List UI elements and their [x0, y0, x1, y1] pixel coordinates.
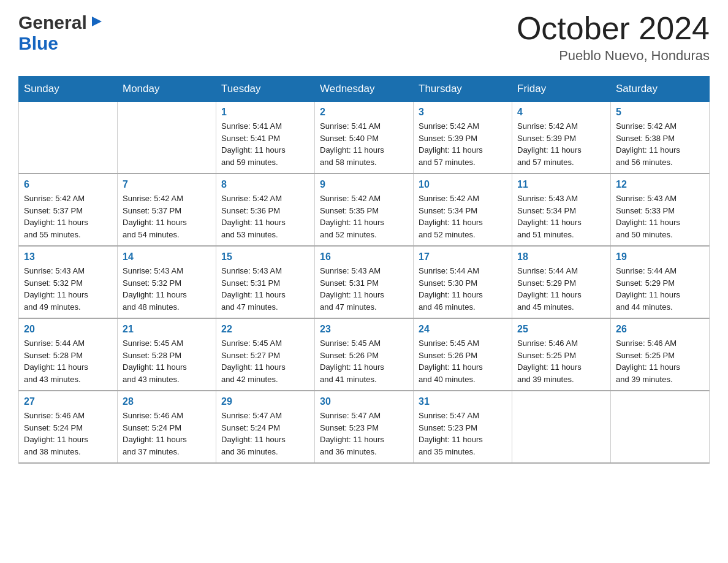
day-number: 13 — [24, 251, 112, 262]
day-number: 22 — [221, 324, 309, 335]
month-title: October 2024 — [517, 12, 710, 44]
logo-general: General — [18, 12, 87, 33]
day-info: Sunrise: 5:44 AMSunset: 5:29 PMDaylight:… — [616, 265, 704, 313]
day-info: Sunrise: 5:42 AMSunset: 5:39 PMDaylight:… — [517, 120, 605, 168]
calendar-cell — [118, 102, 216, 174]
day-info: Sunrise: 5:42 AMSunset: 5:38 PMDaylight:… — [616, 120, 704, 168]
day-info: Sunrise: 5:44 AMSunset: 5:30 PMDaylight:… — [419, 265, 507, 313]
day-number: 1 — [221, 107, 309, 118]
calendar-cell: 16Sunrise: 5:43 AMSunset: 5:31 PMDayligh… — [315, 246, 414, 318]
day-number: 12 — [616, 179, 704, 190]
calendar-cell: 10Sunrise: 5:42 AMSunset: 5:34 PMDayligh… — [414, 174, 512, 246]
calendar-cell: 5Sunrise: 5:42 AMSunset: 5:38 PMDaylight… — [611, 102, 710, 174]
day-number: 15 — [221, 251, 309, 262]
day-info: Sunrise: 5:42 AMSunset: 5:34 PMDaylight:… — [419, 193, 507, 240]
calendar-cell: 24Sunrise: 5:45 AMSunset: 5:26 PMDayligh… — [414, 318, 512, 391]
day-info: Sunrise: 5:45 AMSunset: 5:26 PMDaylight:… — [320, 337, 408, 385]
title-block: October 2024 Pueblo Nuevo, Honduras — [517, 12, 710, 64]
day-info: Sunrise: 5:43 AMSunset: 5:33 PMDaylight:… — [616, 193, 704, 240]
calendar-header-row: Sunday Monday Tuesday Wednesday Thursday… — [19, 77, 710, 102]
day-info: Sunrise: 5:45 AMSunset: 5:28 PMDaylight:… — [123, 337, 211, 385]
day-info: Sunrise: 5:46 AMSunset: 5:25 PMDaylight:… — [616, 337, 704, 385]
calendar-cell: 8Sunrise: 5:42 AMSunset: 5:36 PMDaylight… — [216, 174, 315, 246]
logo: General Blue — [18, 12, 104, 54]
day-number: 28 — [123, 396, 211, 407]
calendar-cell: 14Sunrise: 5:43 AMSunset: 5:32 PMDayligh… — [118, 246, 216, 318]
day-number: 14 — [123, 251, 211, 262]
calendar-cell: 22Sunrise: 5:45 AMSunset: 5:27 PMDayligh… — [216, 318, 315, 391]
day-info: Sunrise: 5:41 AMSunset: 5:41 PMDaylight:… — [221, 120, 309, 168]
day-number: 16 — [320, 251, 408, 262]
day-info: Sunrise: 5:44 AMSunset: 5:28 PMDaylight:… — [24, 337, 112, 385]
day-number: 10 — [419, 179, 507, 190]
calendar-cell: 17Sunrise: 5:44 AMSunset: 5:30 PMDayligh… — [414, 246, 512, 318]
day-number: 17 — [419, 251, 507, 262]
day-info: Sunrise: 5:45 AMSunset: 5:27 PMDaylight:… — [221, 337, 309, 385]
day-number: 26 — [616, 324, 704, 335]
calendar-week-row: 1Sunrise: 5:41 AMSunset: 5:41 PMDaylight… — [19, 102, 710, 174]
day-info: Sunrise: 5:47 AMSunset: 5:24 PMDaylight:… — [221, 410, 309, 458]
day-number: 27 — [24, 396, 112, 407]
calendar-cell: 28Sunrise: 5:46 AMSunset: 5:24 PMDayligh… — [118, 391, 216, 463]
day-number: 6 — [24, 179, 112, 190]
calendar-cell: 25Sunrise: 5:46 AMSunset: 5:25 PMDayligh… — [512, 318, 611, 391]
calendar-cell: 1Sunrise: 5:41 AMSunset: 5:41 PMDaylight… — [216, 102, 315, 174]
calendar-cell: 20Sunrise: 5:44 AMSunset: 5:28 PMDayligh… — [19, 318, 118, 391]
day-number: 29 — [221, 396, 309, 407]
day-number: 19 — [616, 251, 704, 262]
day-number: 21 — [123, 324, 211, 335]
day-number: 18 — [517, 251, 605, 262]
calendar-cell: 31Sunrise: 5:47 AMSunset: 5:23 PMDayligh… — [414, 391, 512, 463]
col-monday: Monday — [118, 77, 216, 102]
day-number: 2 — [320, 107, 408, 118]
col-sunday: Sunday — [19, 77, 118, 102]
day-info: Sunrise: 5:42 AMSunset: 5:37 PMDaylight:… — [123, 193, 211, 240]
day-info: Sunrise: 5:43 AMSunset: 5:34 PMDaylight:… — [517, 193, 605, 240]
day-info: Sunrise: 5:43 AMSunset: 5:32 PMDaylight:… — [123, 265, 211, 313]
day-number: 9 — [320, 179, 408, 190]
calendar-cell — [19, 102, 118, 174]
day-info: Sunrise: 5:46 AMSunset: 5:25 PMDaylight:… — [517, 337, 605, 385]
day-number: 4 — [517, 107, 605, 118]
calendar-cell: 2Sunrise: 5:41 AMSunset: 5:40 PMDaylight… — [315, 102, 414, 174]
day-info: Sunrise: 5:42 AMSunset: 5:39 PMDaylight:… — [419, 120, 507, 168]
day-number: 23 — [320, 324, 408, 335]
day-number: 31 — [419, 396, 507, 407]
calendar-cell: 7Sunrise: 5:42 AMSunset: 5:37 PMDaylight… — [118, 174, 216, 246]
day-info: Sunrise: 5:47 AMSunset: 5:23 PMDaylight:… — [419, 410, 507, 458]
calendar-table: Sunday Monday Tuesday Wednesday Thursday… — [18, 76, 710, 464]
col-saturday: Saturday — [611, 77, 710, 102]
day-info: Sunrise: 5:46 AMSunset: 5:24 PMDaylight:… — [123, 410, 211, 458]
calendar-cell: 4Sunrise: 5:42 AMSunset: 5:39 PMDaylight… — [512, 102, 611, 174]
day-number: 7 — [123, 179, 211, 190]
logo-blue: Blue — [18, 33, 58, 53]
calendar-week-row: 13Sunrise: 5:43 AMSunset: 5:32 PMDayligh… — [19, 246, 710, 318]
day-info: Sunrise: 5:45 AMSunset: 5:26 PMDaylight:… — [419, 337, 507, 385]
day-info: Sunrise: 5:43 AMSunset: 5:31 PMDaylight:… — [221, 265, 309, 313]
col-thursday: Thursday — [414, 77, 512, 102]
calendar-cell: 13Sunrise: 5:43 AMSunset: 5:32 PMDayligh… — [19, 246, 118, 318]
calendar-cell: 15Sunrise: 5:43 AMSunset: 5:31 PMDayligh… — [216, 246, 315, 318]
day-info: Sunrise: 5:42 AMSunset: 5:36 PMDaylight:… — [221, 193, 309, 240]
location: Pueblo Nuevo, Honduras — [517, 48, 710, 64]
calendar-cell: 29Sunrise: 5:47 AMSunset: 5:24 PMDayligh… — [216, 391, 315, 463]
day-info: Sunrise: 5:43 AMSunset: 5:32 PMDaylight:… — [24, 265, 112, 313]
day-number: 20 — [24, 324, 112, 335]
calendar-week-row: 27Sunrise: 5:46 AMSunset: 5:24 PMDayligh… — [19, 391, 710, 463]
col-tuesday: Tuesday — [216, 77, 315, 102]
day-number: 24 — [419, 324, 507, 335]
calendar-cell: 3Sunrise: 5:42 AMSunset: 5:39 PMDaylight… — [414, 102, 512, 174]
day-number: 5 — [616, 107, 704, 118]
svg-marker-0 — [92, 17, 102, 26]
day-info: Sunrise: 5:42 AMSunset: 5:35 PMDaylight:… — [320, 193, 408, 240]
calendar-cell: 27Sunrise: 5:46 AMSunset: 5:24 PMDayligh… — [19, 391, 118, 463]
calendar-cell: 9Sunrise: 5:42 AMSunset: 5:35 PMDaylight… — [315, 174, 414, 246]
col-wednesday: Wednesday — [315, 77, 414, 102]
day-info: Sunrise: 5:43 AMSunset: 5:31 PMDaylight:… — [320, 265, 408, 313]
calendar-cell: 30Sunrise: 5:47 AMSunset: 5:23 PMDayligh… — [315, 391, 414, 463]
calendar-cell: 11Sunrise: 5:43 AMSunset: 5:34 PMDayligh… — [512, 174, 611, 246]
day-number: 30 — [320, 396, 408, 407]
day-number: 11 — [517, 179, 605, 190]
calendar-cell: 23Sunrise: 5:45 AMSunset: 5:26 PMDayligh… — [315, 318, 414, 391]
day-info: Sunrise: 5:47 AMSunset: 5:23 PMDaylight:… — [320, 410, 408, 458]
